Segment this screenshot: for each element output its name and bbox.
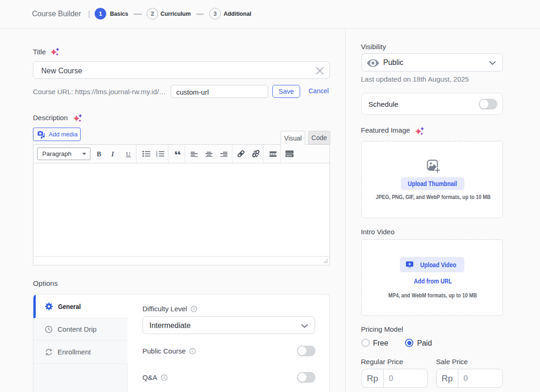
svg-text:B: B — [97, 151, 102, 157]
svg-text:“: “ — [175, 151, 181, 157]
svg-text:U: U — [126, 151, 131, 157]
svg-text:I: I — [111, 151, 115, 157]
svg-text:3: 3 — [156, 155, 158, 157]
